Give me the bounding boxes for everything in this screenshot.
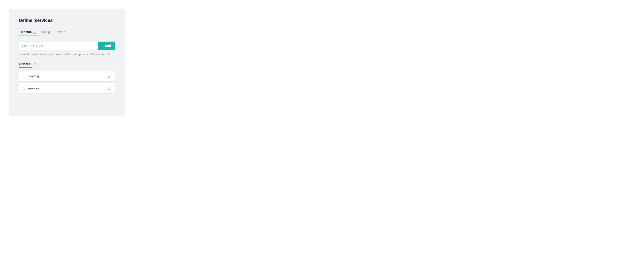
cube-icon-services	[22, 86, 26, 90]
schema-item-services-name: services	[28, 86, 39, 90]
schema-item-heading-name: heading	[28, 74, 39, 78]
key-input[interactable]	[19, 42, 98, 50]
cube-icon-heading	[22, 74, 26, 78]
schema-items-list: heading 🗑 services 🗑	[19, 71, 116, 94]
add-key-row: + Add	[19, 42, 116, 50]
schema-item-heading[interactable]: heading 🗑	[19, 71, 116, 82]
schema-item-services-left: services	[22, 86, 39, 90]
tab-presets[interactable]: Presets	[54, 28, 68, 36]
general-section-header: General +	[19, 62, 116, 66]
add-button[interactable]: + Add	[98, 42, 116, 50]
delete-services-button[interactable]: 🗑	[107, 86, 112, 91]
general-section-title: General	[19, 62, 31, 66]
delete-heading-button[interactable]: 🗑	[107, 74, 112, 79]
trash-icon-heading: 🗑	[108, 74, 111, 78]
hint-text: Examples: news_items, body, columns, tit…	[19, 52, 116, 56]
trash-icon-services: 🗑	[108, 86, 111, 90]
tabs-row: Schema (2) Config Presets	[19, 28, 116, 36]
tab-config[interactable]: Config	[40, 28, 54, 36]
add-section-button[interactable]: +	[33, 62, 36, 66]
schema-item-services[interactable]: services 🗑	[19, 83, 116, 94]
define-services-panel: Define 'services' Schema (2) Config Pres…	[9, 9, 125, 116]
page-title: Define 'services'	[19, 18, 116, 23]
tab-schema[interactable]: Schema (2)	[19, 28, 40, 36]
schema-item-heading-left: heading	[22, 74, 39, 78]
section-underline	[19, 67, 32, 68]
